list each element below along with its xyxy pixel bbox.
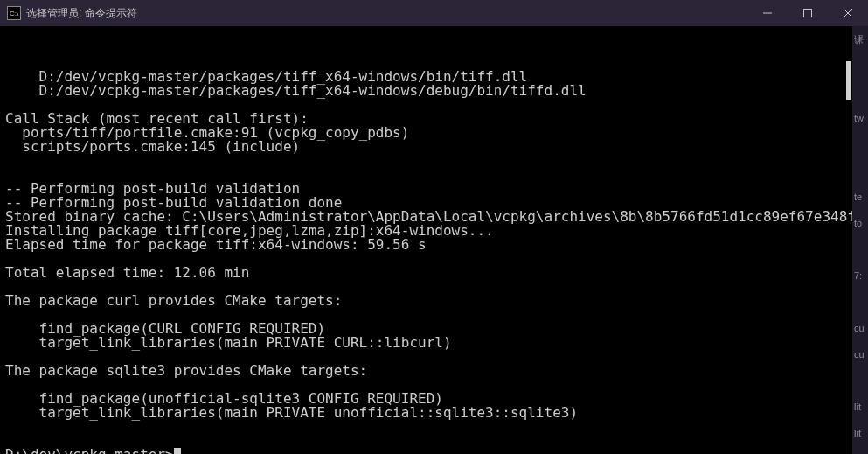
background-text-fragment — [852, 289, 868, 315]
minimize-button[interactable] — [747, 0, 788, 26]
background-text-fragment: cu — [852, 341, 868, 367]
window-titlebar: C:\ 选择管理员: 命令提示符 — [0, 0, 868, 26]
terminal-output[interactable]: D:/dev/vcpkg-master/packages/tiff_x64-wi… — [0, 26, 852, 454]
maximize-button[interactable] — [788, 0, 828, 26]
window-title: 选择管理员: 命令提示符 — [26, 6, 137, 21]
background-text-fragment — [852, 367, 868, 394]
background-text-fragment: cu — [852, 315, 868, 341]
background-text-fragment: te — [852, 184, 868, 210]
background-text-fragment — [852, 52, 868, 79]
background-text-fragment: lit — [852, 420, 868, 446]
background-text-fragment: 7: — [852, 262, 868, 289]
cmd-icon: C:\ — [7, 6, 21, 20]
background-text-fragment — [852, 236, 868, 262]
scrollbar-thumb[interactable] — [846, 61, 851, 100]
prompt: D:\dev\vcpkg-master> — [5, 446, 174, 454]
text-cursor — [174, 448, 181, 454]
background-text-fragment — [852, 157, 868, 184]
background-text-fragment: lit — [852, 394, 868, 420]
background-text-fragment — [852, 79, 868, 105]
background-text-fragment: 课 — [852, 26, 868, 52]
background-text-fragment: tw — [852, 105, 868, 131]
background-window-edge: 课twteto7:cuculitlitm — [852, 26, 868, 454]
background-text-fragment: to — [852, 210, 868, 236]
background-text-fragment — [852, 446, 868, 454]
background-text-fragment — [852, 131, 868, 157]
close-button[interactable] — [828, 0, 868, 26]
svg-rect-1 — [804, 10, 812, 17]
